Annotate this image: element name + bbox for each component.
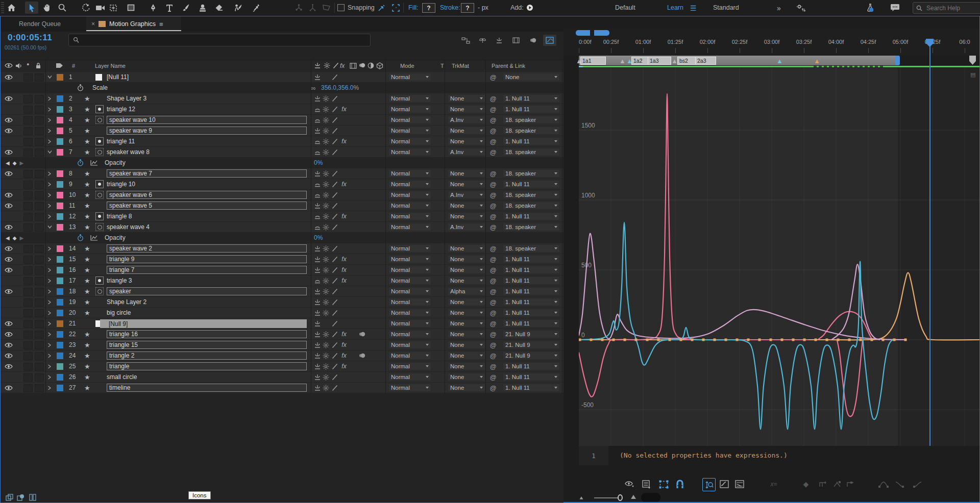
fit-all-graphs-icon[interactable] (733, 478, 746, 490)
blend-mode-dropdown[interactable]: Normal (388, 191, 431, 199)
workspace-default[interactable]: Default (615, 4, 635, 11)
parent-dropdown[interactable]: 1. Null 11 (503, 212, 560, 220)
shy-switch[interactable] (313, 329, 322, 339)
eye-icon[interactable] (3, 200, 15, 211)
layer-name[interactable]: triangle 7 (107, 266, 307, 274)
roto-brush-tool[interactable] (231, 2, 244, 14)
help-search-input[interactable] (925, 4, 973, 12)
trkmat-dropdown[interactable]: None (448, 373, 485, 381)
shy-switch[interactable] (313, 93, 322, 104)
twirl-closed-icon[interactable] (47, 265, 56, 275)
lock-column-icon[interactable] (35, 62, 41, 69)
pickwhip-icon[interactable]: @ (487, 243, 499, 254)
zoom-tool[interactable] (56, 2, 69, 14)
layer-row-7[interactable]: 7 ★ speaker wave 8 NormalA.Inv @ 18. spe… (1, 147, 564, 158)
fx-switch[interactable]: fx (339, 104, 349, 114)
collapse-switch[interactable] (322, 340, 330, 350)
trkmat-dropdown[interactable]: A.Inv (448, 148, 485, 156)
expand-transfer-controls-icon[interactable] (17, 494, 25, 501)
work-area-end-handle[interactable] (895, 56, 900, 65)
eye-toggle-empty[interactable] (3, 372, 15, 382)
layer-row-2[interactable]: 2 ★ Shape Layer 3 NormalNone @ 1. Null 1… (1, 93, 564, 104)
blend-mode-dropdown[interactable]: Normal (388, 287, 431, 295)
stroke-width-value[interactable]: - px (478, 4, 488, 11)
eye-toggle-empty[interactable] (3, 297, 15, 307)
fx-switch[interactable] (339, 72, 349, 82)
blend-mode-dropdown[interactable]: Normal (388, 309, 431, 317)
audio-column-icon[interactable] (15, 63, 22, 69)
quality-switch[interactable] (330, 115, 339, 125)
shy-switch[interactable] (313, 286, 322, 296)
trkmat-dropdown[interactable]: None (448, 244, 485, 253)
trkmat-dropdown[interactable]: None (448, 180, 485, 188)
frame-blend-switch[interactable] (349, 340, 358, 350)
blend-mode-dropdown[interactable]: Normal (388, 116, 431, 124)
collapse-switch[interactable] (322, 179, 330, 189)
twirl-closed-icon[interactable] (47, 318, 56, 329)
fx-switch[interactable]: fx (339, 179, 349, 189)
layer-row-8[interactable]: 8 ★ speaker wave 7 NormalNone @ 18. spea… (1, 168, 564, 179)
layer-name[interactable]: speaker wave 9 (107, 127, 307, 135)
frame-blend-switch[interactable] (349, 136, 358, 146)
home-tool[interactable] (5, 2, 18, 14)
pickwhip-icon[interactable]: @ (487, 72, 499, 82)
parent-dropdown[interactable]: 1. Null 11 (503, 384, 560, 392)
blend-mode-dropdown[interactable]: Normal (388, 384, 431, 392)
eye-icon[interactable] (3, 115, 15, 125)
layer-row-9[interactable]: 9 ★ triangle 10 fx NormalNone @ 1. Null … (1, 179, 564, 190)
layer-name[interactable]: speaker (107, 287, 307, 295)
motion-blur-icon[interactable] (526, 35, 540, 46)
twirl-closed-icon[interactable] (47, 361, 56, 371)
quality-switch[interactable] (330, 297, 339, 307)
pickwhip-icon[interactable]: @ (487, 372, 499, 382)
label-color-swatch[interactable] (57, 179, 65, 189)
twirl-closed-icon[interactable] (47, 115, 56, 125)
pickwhip-icon[interactable]: @ (487, 340, 499, 350)
trkmat-dropdown[interactable]: None (448, 351, 485, 360)
quality-switch[interactable] (330, 265, 339, 275)
brush-tool[interactable] (179, 2, 192, 14)
fit-selection-icon[interactable] (718, 478, 730, 490)
layer-row-25[interactable]: 25 ★ triangle fx NormalNone @ 1. Null 11 (1, 361, 564, 372)
collapse-switch[interactable] (322, 318, 330, 329)
quality-switch[interactable] (330, 318, 339, 329)
twirl-closed-icon[interactable] (47, 168, 56, 179)
shy-switch[interactable] (313, 383, 322, 393)
label-color-swatch[interactable] (57, 286, 65, 296)
pickwhip-icon[interactable]: @ (487, 104, 499, 114)
motion-blur-switch[interactable] (358, 265, 366, 275)
stopwatch-icon[interactable] (77, 233, 84, 243)
zoom-in-icon[interactable] (631, 495, 636, 499)
graph-plot[interactable]: 150010005000-500 (579, 68, 979, 446)
label-color-swatch[interactable] (57, 265, 65, 275)
label-color-swatch[interactable] (57, 168, 65, 179)
shy-switch[interactable] (313, 104, 322, 114)
label-color-swatch[interactable] (57, 222, 65, 232)
visibility-column-icon[interactable] (5, 63, 13, 68)
label-color-swatch[interactable] (57, 125, 65, 136)
parent-dropdown[interactable]: 1. Null 11 (503, 319, 560, 328)
label-color-swatch[interactable] (57, 308, 65, 318)
frame-blend-switch[interactable] (349, 211, 358, 221)
parent-dropdown[interactable]: 21. Null 9 (503, 330, 560, 338)
frame-blend-switch[interactable] (349, 147, 358, 157)
shy-switch[interactable] (313, 147, 322, 157)
shy-switch[interactable] (313, 297, 322, 307)
layer-name[interactable]: [Null 9] (100, 319, 307, 328)
ease-out-icon[interactable] (911, 478, 923, 490)
label-color-swatch[interactable] (57, 383, 65, 393)
trkmat-dropdown[interactable]: None (448, 362, 485, 370)
workspace-learn[interactable]: Learn (667, 4, 683, 11)
label-color-swatch[interactable] (57, 72, 65, 82)
motion-blur-switch[interactable] (358, 329, 366, 339)
fx-switch[interactable]: fx (339, 136, 349, 146)
twirl-closed-icon[interactable] (47, 93, 56, 104)
quality-switch[interactable] (330, 383, 339, 393)
layer-row-12[interactable]: 12 ★ triangle 8 fx NormalNone @ 1. Null … (1, 211, 564, 222)
twirl-closed-icon[interactable] (47, 190, 56, 200)
parent-dropdown[interactable]: 18. speaker (503, 148, 560, 156)
layer-row-10[interactable]: 10 ★ speaker wave 6 NormalA.Inv @ 18. sp… (1, 190, 564, 200)
motion-blur-switch[interactable] (358, 179, 366, 189)
frame-blend-switch[interactable] (349, 93, 358, 104)
collapse-switch[interactable] (322, 254, 330, 264)
